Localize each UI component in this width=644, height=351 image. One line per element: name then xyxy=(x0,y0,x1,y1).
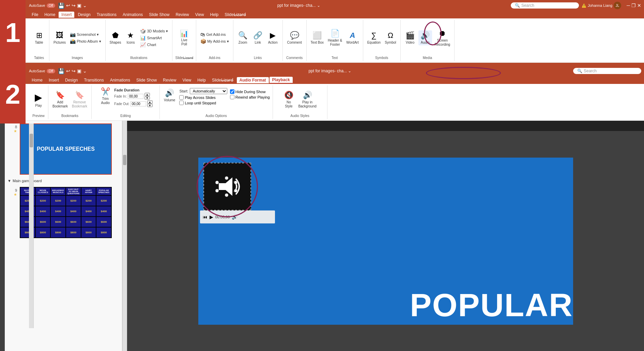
rewind-btn[interactable]: ⏮ xyxy=(203,214,208,220)
loop-checkbox[interactable] xyxy=(179,101,184,105)
icons-button[interactable]: ★ Icons xyxy=(124,30,137,45)
trim-audio-button[interactable]: ✂️ TrimAudio xyxy=(98,87,112,106)
menu-view[interactable]: View xyxy=(193,12,207,18)
audio-button[interactable]: 🔊 Audio xyxy=(418,30,432,45)
bottom-menu-transitions[interactable]: Transitions xyxy=(81,77,106,83)
menu-slidelizard[interactable]: SlideL̶i̶z̶a̶r̶d̶ xyxy=(222,12,249,18)
play-in-background-button[interactable]: 🔊 Play inBackground xyxy=(297,90,318,109)
bottom-menu-audio-format[interactable]: Audio Format xyxy=(237,77,269,83)
vertical-scroll-left[interactable] xyxy=(29,123,34,328)
menu-animations[interactable]: Animations xyxy=(120,12,145,18)
menu-file[interactable]: File xyxy=(29,12,41,18)
pictures-button[interactable]: 🖼 Pictures xyxy=(52,30,67,45)
rewind-label[interactable]: Rewind after Playing xyxy=(230,95,270,99)
play-pause-btn[interactable]: ▶ xyxy=(210,214,213,220)
loop-checkbox-label[interactable]: Loop until Stopped xyxy=(179,101,227,105)
shapes-button[interactable]: ⬟ Shapes xyxy=(108,30,123,45)
bottom-menu-slidelizard[interactable]: SlideL̶i̶z̶a̶r̶d̶ xyxy=(209,77,236,83)
menu-design[interactable]: Design xyxy=(75,12,93,18)
wordart-button[interactable]: A WordArt xyxy=(345,30,360,45)
autosave-toggle[interactable]: Off xyxy=(47,3,55,8)
screen-recording-button[interactable]: ⏺ ScreenRecording xyxy=(433,28,452,47)
equation-button[interactable]: ∑ Equation xyxy=(366,30,382,45)
bottom-menu-home[interactable]: Home xyxy=(29,77,45,83)
symbol-button[interactable]: Ω Symbol xyxy=(383,30,397,45)
bottom-menu-playback[interactable]: Playback xyxy=(270,77,293,84)
panel-scroll-thumb[interactable] xyxy=(123,155,126,165)
volume-button[interactable]: 🔊 Volume xyxy=(163,88,177,103)
play-across-checkbox[interactable] xyxy=(179,95,184,100)
zoom-button[interactable]: 🔍 Zoom xyxy=(236,30,250,45)
menu-slideshow[interactable]: Slide Show xyxy=(146,12,172,18)
fade-out-input[interactable] xyxy=(131,101,146,106)
bottom-menu-help[interactable]: Help xyxy=(195,77,209,83)
section-expand-icon[interactable]: ▼ xyxy=(7,179,11,183)
undo-icon[interactable]: ↩ xyxy=(66,3,70,8)
fade-out-up[interactable]: ▲ xyxy=(147,100,153,104)
comment-button[interactable]: 💬 Comment xyxy=(286,30,303,45)
menu-review[interactable]: Review xyxy=(173,12,191,18)
bottom-menu-slideshow[interactable]: Slide Show xyxy=(134,77,159,83)
live-poll-button[interactable]: 📊 LivePoll xyxy=(178,29,191,47)
fade-in-up[interactable]: ▲ xyxy=(144,93,150,96)
screenshot-button[interactable]: 📷 Screenshot ▾ xyxy=(68,31,102,38)
play-button[interactable]: ▶ Play xyxy=(32,91,45,108)
bottom-menu-animations[interactable]: Animations xyxy=(107,77,133,83)
panel-scrollbar[interactable] xyxy=(122,121,127,351)
menu-insert[interactable]: Insert xyxy=(59,12,74,18)
bottom-present-icon[interactable]: ▣ xyxy=(77,68,81,74)
close-icon[interactable]: ✕ xyxy=(637,3,641,8)
scroll-thumb[interactable] xyxy=(30,134,33,147)
get-addins-button[interactable]: 🛍 Get Add-ins xyxy=(199,31,230,38)
slide-9-thumb[interactable]: 9 ★ RHYME TIME! MOVIE CLASSICS BROADWAY … xyxy=(5,184,122,241)
my-addins-button[interactable]: 📦 My Add-ins ▾ xyxy=(199,38,230,44)
menu-help[interactable]: Help xyxy=(208,12,221,18)
user-name: Johanna Liang xyxy=(588,3,612,8)
link-button[interactable]: 🔗 Link xyxy=(251,30,265,45)
fade-in-down[interactable]: ▼ xyxy=(144,96,150,100)
minimize-icon[interactable]: ─ xyxy=(627,3,630,8)
present-icon[interactable]: ▣ xyxy=(77,3,81,8)
add-bookmark-button[interactable]: 🔖 AddBookmark xyxy=(51,90,69,109)
rewind-checkbox[interactable] xyxy=(230,95,234,99)
bottom-autosave-toggle[interactable]: Off xyxy=(47,69,55,73)
video-button[interactable]: 🎬 Video xyxy=(403,30,417,45)
save-icon[interactable]: 💾 xyxy=(58,2,65,9)
menu-transitions[interactable]: Transitions xyxy=(94,12,119,18)
bottom-more-icon[interactable]: ⌄ xyxy=(83,68,87,74)
action-button[interactable]: ▶ Action xyxy=(266,30,280,45)
bottom-search[interactable]: 🔍 Search xyxy=(573,68,641,74)
no-style-button[interactable]: 🔇 NoStyle xyxy=(282,90,295,109)
bottom-menu-design[interactable]: Design xyxy=(62,77,80,83)
fade-out-down[interactable]: ▼ xyxy=(147,104,153,107)
hide-during-show-checkbox[interactable] xyxy=(230,89,234,94)
audio-object-container[interactable]: ⏮ ▶ 00:00,00 🔊 xyxy=(203,163,251,210)
bottom-menu-view[interactable]: View xyxy=(180,77,194,83)
play-across-checkbox-label[interactable]: Play Across Slides xyxy=(179,95,227,100)
bottom-undo-icon[interactable]: ↩ xyxy=(66,68,70,74)
table-button[interactable]: ⊞ Table xyxy=(32,30,46,45)
hide-during-show-label[interactable]: Hide During Show xyxy=(230,89,270,94)
remove-bookmark-button[interactable]: 🔖 RemoveBookmark xyxy=(71,90,89,109)
search-bar[interactable]: 🔍 Search xyxy=(511,2,579,9)
bottom-redo-icon[interactable]: ↪ xyxy=(72,68,76,74)
bottom-menu-review[interactable]: Review xyxy=(160,77,179,83)
photo-album-button[interactable]: 📸 Photo Album ▾ xyxy=(68,38,102,44)
menu-home[interactable]: Home xyxy=(42,12,58,18)
more-icon[interactable]: ⌄ xyxy=(83,3,87,8)
header-footer-button[interactable]: 📄 Header &Footer xyxy=(326,28,343,47)
chart-button[interactable]: 📈 Chart xyxy=(139,42,169,48)
header-footer-icon: 📄 xyxy=(331,29,340,38)
redo-icon[interactable]: ↪ xyxy=(72,3,76,8)
3d-models-button[interactable]: 🎲 3D Models ▾ xyxy=(139,28,169,34)
bottom-menu-insert[interactable]: Insert xyxy=(46,77,62,83)
bottom-save-icon[interactable]: 💾 xyxy=(58,68,65,74)
start-dropdown[interactable]: Automatically On Click xyxy=(190,88,227,94)
restore-icon[interactable]: ❐ xyxy=(631,3,636,8)
volume-btn-control[interactable]: 🔊 xyxy=(232,214,237,220)
audio-controls-bar[interactable]: ⏮ ▶ 00:00,00 🔊 xyxy=(200,210,275,223)
fade-in-input[interactable] xyxy=(128,94,143,99)
textbox-button[interactable]: ⬜ Text Box xyxy=(309,30,325,45)
slide-8-thumb[interactable]: 8 ★ POPULAR SPEECHES 🔊 xyxy=(5,121,122,177)
smartart-button[interactable]: 📊 SmartArt xyxy=(139,35,169,41)
